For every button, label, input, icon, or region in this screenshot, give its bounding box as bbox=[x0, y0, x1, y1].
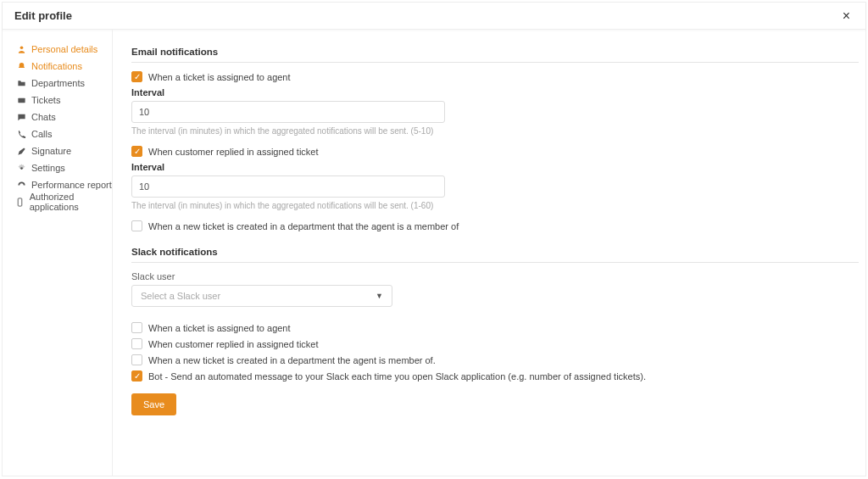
slack-replied-row: When customer replied in assigned ticket bbox=[131, 338, 847, 349]
email-section-title: Email notifications bbox=[131, 47, 847, 57]
email-assigned-helper: The interval (in minutes) in which the a… bbox=[131, 126, 847, 136]
modal-header: Edit profile × bbox=[3, 3, 865, 30]
email-assigned-label: When a ticket is assigned to agent bbox=[148, 72, 291, 82]
interval-label: Interval bbox=[131, 87, 847, 97]
bell-icon bbox=[14, 62, 28, 71]
svg-rect-3 bbox=[19, 198, 23, 205]
sidebar-item-chats[interactable]: Chats bbox=[14, 109, 112, 125]
divider bbox=[131, 262, 859, 263]
sidebar-item-label: Personal details bbox=[31, 44, 97, 54]
slack-assigned-checkbox[interactable] bbox=[131, 322, 142, 333]
phone-icon bbox=[14, 130, 28, 139]
svg-rect-1 bbox=[18, 97, 25, 103]
sidebar-item-calls[interactable]: Calls bbox=[14, 126, 112, 142]
slack-replied-label: When customer replied in assigned ticket bbox=[148, 339, 319, 349]
slack-section-title: Slack notifications bbox=[131, 247, 847, 257]
sidebar-item-label: Authorized applications bbox=[30, 192, 112, 212]
email-assigned-interval-field: Interval bbox=[131, 87, 847, 123]
email-assigned-checkbox[interactable] bbox=[131, 71, 142, 82]
email-replied-interval-field: Interval bbox=[131, 162, 847, 198]
email-new-ticket-label: When a new ticket is created in a depart… bbox=[148, 221, 459, 231]
slack-bot-checkbox[interactable] bbox=[131, 370, 142, 382]
sidebar-item-notifications[interactable]: Notifications bbox=[14, 58, 112, 74]
sidebar-item-label: Tickets bbox=[31, 95, 60, 105]
gear-icon bbox=[14, 164, 28, 173]
edit-profile-modal: Edit profile × Personal details Notifica… bbox=[2, 2, 866, 476]
slack-new-ticket-row: When a new ticket is created in a depart… bbox=[131, 354, 847, 365]
sidebar-item-label: Departments bbox=[31, 78, 85, 88]
slack-user-label: Slack user bbox=[131, 271, 847, 281]
sidebar: Personal details Notifications Departmen… bbox=[3, 30, 113, 476]
modal-title: Edit profile bbox=[14, 9, 72, 22]
close-button[interactable]: × bbox=[839, 8, 854, 24]
mobile-icon bbox=[14, 198, 26, 207]
sidebar-item-authorized-applications[interactable]: Authorized applications bbox=[14, 194, 112, 209]
chat-icon bbox=[14, 113, 28, 122]
divider bbox=[131, 62, 859, 63]
close-icon: × bbox=[843, 8, 850, 23]
slack-user-placeholder: Select a Slack user bbox=[141, 291, 220, 301]
sidebar-item-label: Chats bbox=[31, 112, 56, 122]
save-button-label: Save bbox=[143, 399, 164, 409]
sidebar-item-performance-report[interactable]: Performance report bbox=[14, 177, 112, 192]
email-replied-helper: The interval (in minutes) in which the a… bbox=[131, 201, 847, 210]
slack-assigned-label: When a ticket is assigned to agent bbox=[148, 323, 291, 333]
sidebar-item-label: Calls bbox=[31, 129, 52, 139]
email-new-ticket-checkbox[interactable] bbox=[131, 220, 142, 231]
gauge-icon bbox=[14, 181, 28, 190]
email-replied-interval-input[interactable] bbox=[131, 175, 445, 198]
sidebar-item-tickets[interactable]: Tickets bbox=[14, 92, 112, 108]
slack-replied-checkbox[interactable] bbox=[131, 338, 142, 349]
person-icon bbox=[14, 45, 28, 54]
pen-icon bbox=[14, 147, 28, 156]
svg-point-0 bbox=[19, 46, 23, 49]
sidebar-item-label: Notifications bbox=[31, 61, 82, 71]
email-replied-checkbox[interactable] bbox=[131, 146, 142, 157]
main-content: Email notifications When a ticket is ass… bbox=[113, 30, 865, 476]
sidebar-item-label: Settings bbox=[31, 163, 65, 173]
sidebar-item-departments[interactable]: Departments bbox=[14, 75, 112, 91]
slack-new-ticket-label: When a new ticket is created in a depart… bbox=[148, 355, 436, 365]
email-replied-row: When customer replied in assigned ticket bbox=[131, 146, 847, 157]
folder-icon bbox=[14, 79, 28, 88]
interval-label: Interval bbox=[131, 162, 847, 172]
slack-new-ticket-checkbox[interactable] bbox=[131, 354, 142, 365]
email-assigned-row: When a ticket is assigned to agent bbox=[131, 71, 847, 82]
email-replied-label: When customer replied in assigned ticket bbox=[148, 147, 319, 157]
sidebar-item-settings[interactable]: Settings bbox=[14, 160, 112, 175]
email-new-ticket-row: When a new ticket is created in a depart… bbox=[131, 220, 847, 231]
ticket-icon bbox=[14, 96, 28, 105]
slack-assigned-row: When a ticket is assigned to agent bbox=[131, 322, 847, 333]
sidebar-item-signature[interactable]: Signature bbox=[14, 143, 112, 159]
sidebar-item-label: Signature bbox=[31, 146, 71, 156]
chevron-down-icon: ▼ bbox=[376, 292, 383, 300]
sidebar-item-label: Performance report bbox=[31, 180, 112, 190]
slack-user-select[interactable]: Select a Slack user ▼ bbox=[131, 285, 392, 307]
slack-bot-label: Bot - Send an automated message to your … bbox=[148, 371, 646, 382]
save-button[interactable]: Save bbox=[131, 393, 176, 415]
modal-body: Personal details Notifications Departmen… bbox=[3, 30, 865, 476]
email-assigned-interval-input[interactable] bbox=[131, 101, 445, 123]
sidebar-item-personal-details[interactable]: Personal details bbox=[14, 42, 112, 57]
slack-bot-row: Bot - Send an automated message to your … bbox=[131, 370, 847, 382]
